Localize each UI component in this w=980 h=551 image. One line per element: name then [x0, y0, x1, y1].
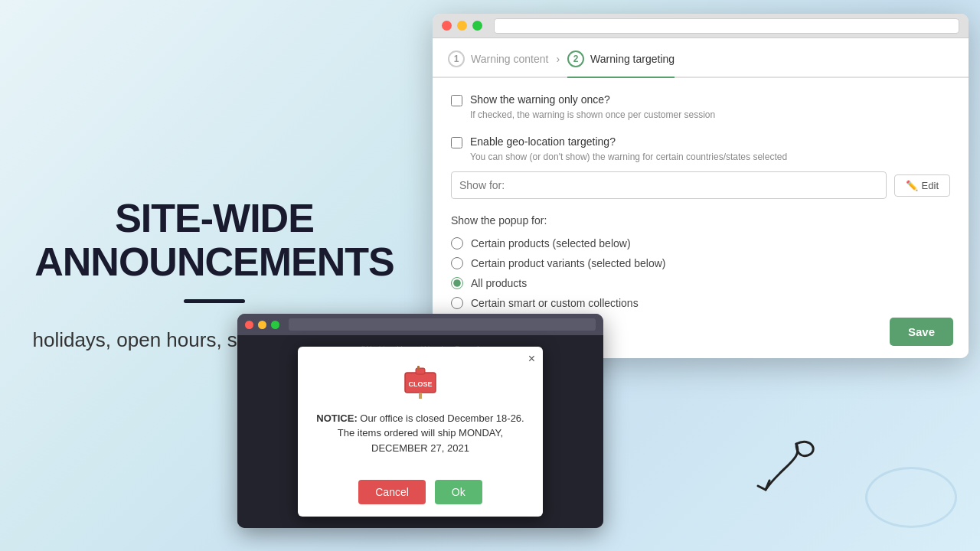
svg-rect-5 — [417, 366, 420, 370]
modal-close-button[interactable]: × — [528, 353, 535, 365]
geo-label: Enable geo-location targeting? — [470, 135, 616, 148]
traffic-light-yellow[interactable] — [457, 21, 467, 31]
notice-body: Our office is closed December 18-26. The… — [338, 412, 524, 454]
radio-certain-products[interactable] — [451, 237, 463, 249]
demo-traffic-light-green[interactable] — [271, 321, 279, 329]
ok-button[interactable]: Ok — [435, 480, 482, 504]
show-for-row: ✏️ Edit — [451, 171, 950, 199]
demo-traffic-light-yellow[interactable] — [258, 321, 266, 329]
radio-collections[interactable] — [451, 297, 463, 309]
form-area: Show the warning only once? If checked, … — [433, 78, 969, 340]
close-sign-icon: CLOSE — [400, 362, 440, 402]
radio-row-3: Certain smart or custom collections — [451, 297, 950, 309]
edit-icon: ✏️ — [906, 180, 918, 191]
radio-row-1: Certain product variants (selected below… — [451, 257, 950, 269]
save-button[interactable]: Save — [890, 318, 953, 346]
show-once-row: Show the warning only once? If checked, … — [451, 93, 950, 120]
modal-box: × CLOSE — [298, 347, 543, 517]
demo-browser-window: {Working Hours Warning Demo} × — [237, 314, 603, 528]
show-popup-label: Show the popup for: — [451, 214, 950, 227]
show-once-label: Show the warning only once? — [470, 93, 610, 106]
step1-tab[interactable]: 1 Warning content — [448, 51, 548, 77]
radio-row-0: Certain products (selected below) — [451, 237, 950, 249]
demo-traffic-light-red[interactable] — [245, 321, 253, 329]
modal-body: CLOSE NOTICE: Our office is closed Decem… — [298, 347, 543, 481]
geo-row: Enable geo-location targeting? You can s… — [451, 135, 950, 199]
svg-rect-2 — [419, 393, 422, 399]
step1-label: Warning content — [471, 53, 548, 65]
radio-all-products[interactable] — [451, 277, 463, 289]
geo-checkbox[interactable] — [451, 137, 462, 148]
demo-addressbar — [289, 318, 596, 331]
radio-label-2: All products — [471, 277, 527, 289]
step2-label: Warning targeting — [590, 53, 675, 65]
modal-notice-text: NOTICE: Our office is closed December 18… — [316, 411, 524, 456]
radio-certain-variants[interactable] — [451, 257, 463, 269]
main-title: SITE-WIDE ANNOUNCEMENTS — [34, 197, 394, 284]
radio-row-2: All products — [451, 277, 950, 289]
geo-helper: You can show (or don't show) the warning… — [470, 152, 950, 162]
show-once-checkbox[interactable] — [451, 95, 462, 106]
modal-buttons: Cancel Ok — [298, 480, 543, 517]
traffic-light-green[interactable] — [472, 21, 482, 31]
step2-tab[interactable]: 2 Warning targeting — [567, 51, 675, 78]
browser-titlebar — [433, 14, 969, 38]
browser-addressbar — [494, 18, 959, 34]
cancel-button[interactable]: Cancel — [358, 480, 426, 504]
modal-overlay: × CLOSE — [237, 335, 603, 528]
traffic-light-red[interactable] — [442, 21, 452, 31]
stepper-tabs: 1 Warning content › 2 Warning targeting — [433, 38, 969, 78]
step2-num: 2 — [567, 51, 584, 67]
demo-content: {Working Hours Warning Demo} × — [237, 335, 603, 528]
show-once-helper: If checked, the warning is shown once pe… — [470, 109, 950, 120]
radio-label-3: Certain smart or custom collections — [471, 297, 639, 309]
show-for-input[interactable] — [451, 171, 887, 199]
radio-group: Certain products (selected below) Certai… — [451, 237, 950, 309]
title-divider — [184, 299, 245, 303]
browser-content: 1 Warning content › 2 Warning targeting … — [433, 38, 969, 358]
edit-button[interactable]: ✏️ Edit — [894, 174, 950, 197]
demo-titlebar — [237, 314, 603, 335]
show-popup-row: Show the popup for: Certain products (se… — [451, 214, 950, 309]
step1-num: 1 — [448, 51, 465, 67]
svg-rect-4 — [416, 368, 425, 374]
main-browser-window: 1 Warning content › 2 Warning targeting … — [433, 14, 969, 358]
arrow-annotation — [735, 429, 827, 505]
radio-label-1: Certain product variants (selected below… — [471, 257, 665, 269]
deco-circle — [865, 467, 957, 528]
edit-label: Edit — [922, 180, 939, 191]
svg-text:CLOSE: CLOSE — [408, 380, 432, 388]
notice-label: NOTICE: — [316, 412, 357, 424]
radio-label-0: Certain products (selected below) — [471, 237, 631, 249]
stepper-arrow: › — [556, 53, 560, 74]
